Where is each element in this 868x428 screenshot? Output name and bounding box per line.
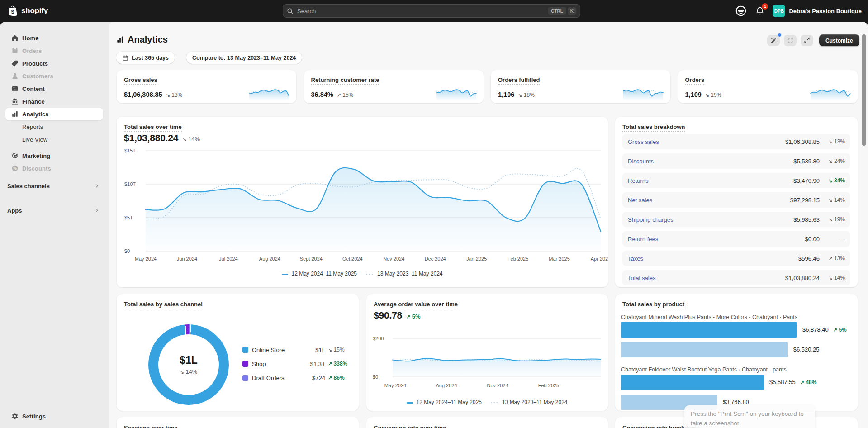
svg-text:$5T: $5T xyxy=(124,215,133,220)
search-input[interactable]: Search CTRL K xyxy=(283,4,580,18)
sidebar-item-label: Orders xyxy=(22,48,42,54)
product-name: Chatoyant Foldover Waist Bootcut Yoga Pa… xyxy=(621,366,787,373)
card-title-link[interactable]: Average order value over time xyxy=(374,301,458,309)
card-title-link[interactable]: Total sales breakdown xyxy=(622,124,685,132)
sidebar-section-sales-channels[interactable]: Sales channels xyxy=(5,180,103,192)
sidebar-item-marketing[interactable]: Marketing xyxy=(5,149,103,162)
sidebar-item-analytics[interactable]: Analytics xyxy=(5,108,103,120)
section-label: Apps xyxy=(7,207,22,214)
breakdown-label[interactable]: Discounts xyxy=(628,158,654,165)
breakdown-value: -$5,539.80 xyxy=(792,158,820,165)
svg-text:Jun 2024: Jun 2024 xyxy=(177,256,197,262)
sidebar-item-home[interactable]: Home xyxy=(5,32,103,44)
legend-current: 12 May 2024–11 May 2025 xyxy=(282,271,357,277)
breakdown-row-net-sales[interactable]: Net sales$97,298.15↘ 14% xyxy=(622,192,850,208)
discounts-icon: % xyxy=(11,165,19,172)
legend-dots-swatch: ··· xyxy=(366,271,374,277)
sidebar-item-label: Content xyxy=(22,86,45,92)
sidebar-item-content[interactable]: Content xyxy=(5,82,103,95)
breakdown-change: — xyxy=(820,236,845,242)
partial-card-conversion-rate-over-time: Conversion rate over time xyxy=(366,417,608,428)
stat-value: 1,106 xyxy=(498,91,514,98)
legend-swatch xyxy=(242,361,248,367)
svg-text:Aug 2024: Aug 2024 xyxy=(436,383,457,388)
shopify-logo[interactable]: S shopify xyxy=(7,5,48,17)
breakdown-row-gross-sales[interactable]: Gross sales$1,06,308.85↘ 13% xyxy=(622,134,850,149)
sidebar-item-live-view[interactable]: Live View xyxy=(5,133,103,146)
breakdown-label[interactable]: Gross sales xyxy=(628,138,659,145)
card-title-link[interactable]: Total sales by sales channel xyxy=(124,301,203,309)
marketing-icon xyxy=(11,152,19,159)
card-title-link[interactable]: Total sales over time xyxy=(124,124,182,132)
sidebar-item-orders[interactable]: Orders xyxy=(5,44,103,57)
legend-swatch xyxy=(242,347,248,353)
breakdown-label[interactable]: Total sales xyxy=(628,275,655,281)
sidebar-item-label: Settings xyxy=(22,413,46,420)
sidebar-item-customers[interactable]: Customers xyxy=(5,70,103,82)
breakdown-row-taxes[interactable]: Taxes$596.46↗ 13% xyxy=(622,251,850,266)
app-surface: HomeOrdersProductsCustomersContentFinanc… xyxy=(0,22,868,428)
notification-dot xyxy=(778,33,782,37)
sidebar-item-label: Home xyxy=(22,35,39,42)
svg-text:$0: $0 xyxy=(124,248,130,254)
sales-by-product-card: Total sales by product Chatoyant Mineral… xyxy=(615,294,858,411)
compare-picker[interactable]: Compare to: 13 May 2023–11 May 2024 xyxy=(186,52,302,64)
card-title-link[interactable]: Orders fulfilled xyxy=(498,76,540,85)
breakdown-row-total-sales[interactable]: Total sales$1,03,880.24↘ 14% xyxy=(622,270,850,285)
svg-text:Feb 2025: Feb 2025 xyxy=(508,256,528,262)
magic-insights-button[interactable] xyxy=(767,35,780,46)
svg-text:$200: $200 xyxy=(373,336,384,341)
legend-dash-swatch xyxy=(407,402,413,404)
sidebar-item-discounts[interactable]: %Discounts xyxy=(5,162,103,175)
stat-value: 1,109 xyxy=(685,91,702,98)
sidekick-button[interactable] xyxy=(735,5,747,17)
store-menu[interactable]: DPB Debra's Passion Boutique xyxy=(773,5,862,17)
sidebar-section-apps[interactable]: Apps xyxy=(5,204,103,217)
scrollbar-thumb[interactable] xyxy=(862,34,866,146)
breakdown-value: $1,06,308.85 xyxy=(785,138,820,145)
svg-text:Apr 2025: Apr 2025 xyxy=(591,256,608,262)
channel-change: ↗ 338% xyxy=(328,361,347,367)
breakdown-label[interactable]: Shipping charges xyxy=(628,216,673,223)
stat-value: $1,06,308.85 xyxy=(124,91,162,98)
svg-text:S: S xyxy=(11,9,14,14)
breakdown-value: $5,985.63 xyxy=(793,216,820,223)
fullscreen-button[interactable] xyxy=(801,35,813,46)
svg-text:Oct 2024: Oct 2024 xyxy=(342,256,363,262)
card-title-link[interactable]: Total sales by product xyxy=(622,301,684,309)
partial-card-sessions-over-time: Sessions over time xyxy=(117,417,359,428)
refresh-button[interactable] xyxy=(784,35,797,46)
breakdown-label[interactable]: Return fees xyxy=(628,236,658,243)
breakdown-change: ↗ 13% xyxy=(820,255,845,262)
stat-card-orders-fulfilled: Orders fulfilled1,106↘ 18% xyxy=(491,70,670,103)
breakdown-row-returns[interactable]: Returns-$3,470.90↘ 34% xyxy=(622,173,850,188)
breakdown-row-shipping-charges[interactable]: Shipping charges$5,985.63↘ 19% xyxy=(622,212,850,227)
channel-value: $1.3T xyxy=(304,361,325,367)
donut-center-change: ↘ 14% xyxy=(180,368,198,375)
donut-center-value: $1L xyxy=(180,354,198,366)
product-prev-value: $6,520.25 xyxy=(793,346,820,353)
sidebar: HomeOrdersProductsCustomersContentFinanc… xyxy=(0,22,109,428)
sidebar-item-settings[interactable]: Settings xyxy=(5,410,103,423)
sidebar-item-finance[interactable]: Finance xyxy=(5,95,103,108)
shopify-wordmark: shopify xyxy=(21,6,48,15)
customize-button[interactable]: Customize xyxy=(819,34,859,46)
sidebar-item-reports[interactable]: Reports xyxy=(5,120,103,133)
store-name: Debra's Passion Boutique xyxy=(789,8,862,14)
svg-text:Mar 2025: Mar 2025 xyxy=(549,256,569,262)
breakdown-label[interactable]: Returns xyxy=(628,177,649,184)
card-title-link[interactable]: Orders xyxy=(685,76,705,85)
product-bar-current xyxy=(621,375,764,390)
channel-legend-draft-orders: Draft Orders$724↗ 86% xyxy=(242,373,351,383)
breakdown-row-discounts[interactable]: Discounts-$5,539.80↘ 24% xyxy=(622,153,850,169)
card-title-link[interactable]: Gross sales xyxy=(124,76,157,85)
date-range-picker[interactable]: Last 365 days xyxy=(116,52,175,64)
breakdown-label[interactable]: Taxes xyxy=(628,255,643,262)
notifications-button[interactable]: 1 xyxy=(754,5,766,17)
breakdown-label[interactable]: Net sales xyxy=(628,197,652,204)
stat-change: ↗ 15% xyxy=(337,92,354,98)
search-icon xyxy=(287,8,294,14)
breakdown-row-return-fees[interactable]: Return fees$0.00— xyxy=(622,231,850,247)
sidebar-item-products[interactable]: Products xyxy=(5,57,103,70)
card-title-link[interactable]: Returning customer rate xyxy=(311,76,379,85)
